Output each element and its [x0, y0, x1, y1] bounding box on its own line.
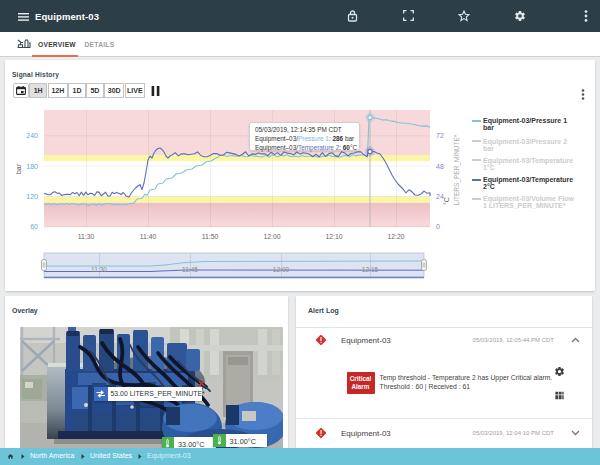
svg-text:bar: bar	[15, 163, 22, 174]
svg-text:11:45: 11:45	[182, 266, 198, 273]
svg-text:180: 180	[26, 163, 38, 170]
svg-text:240: 240	[26, 132, 38, 139]
svg-text:12:20: 12:20	[387, 233, 404, 240]
svg-text:0: 0	[436, 223, 440, 230]
svg-text:11:50: 11:50	[202, 233, 219, 240]
svg-text:12:10: 12:10	[325, 233, 342, 240]
svg-text:48: 48	[436, 163, 444, 170]
svg-text:12:00: 12:00	[273, 266, 290, 273]
svg-text:11:40: 11:40	[140, 233, 157, 240]
svg-text:LITERS_PER_MINUTE*: LITERS_PER_MINUTE*	[453, 134, 461, 205]
svg-text:11:30: 11:30	[91, 266, 107, 273]
svg-text:12:15: 12:15	[362, 266, 379, 273]
svg-text:°C: °C	[443, 197, 450, 205]
svg-text:60: 60	[30, 223, 38, 230]
svg-text:11:30: 11:30	[78, 233, 95, 240]
svg-text:12:00: 12:00	[263, 233, 280, 240]
svg-text:120: 120	[26, 193, 38, 200]
svg-text:72: 72	[436, 132, 444, 139]
